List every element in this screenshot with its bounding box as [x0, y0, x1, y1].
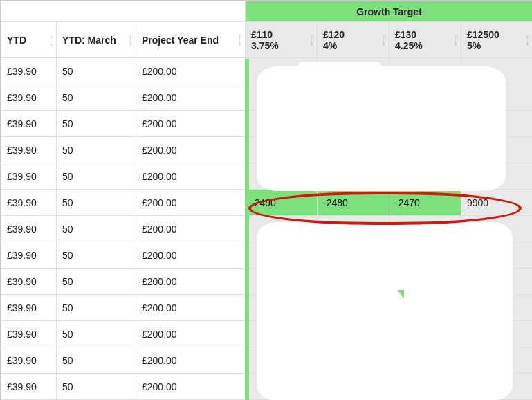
cell-growth-target: 9900: [461, 190, 533, 216]
cell-project-year-end: £200.00: [136, 269, 246, 295]
col-header-gt-2[interactable]: £130 4.25% ↑↓: [389, 22, 461, 58]
cell-ytd-march: 50: [57, 111, 136, 137]
col-header-gt-1[interactable]: £120 4% ↑↓: [318, 22, 389, 58]
col-header-gt-0[interactable]: £110 3.75% ↑↓: [246, 22, 318, 58]
col-header-ytd-march-label: YTD: March: [62, 35, 116, 46]
col-header-ytd-label: YTD: [7, 35, 26, 46]
cell-ytd-march: 50: [57, 295, 136, 321]
cell-ytd: £39.90: [1, 84, 57, 111]
cell-project-year-end: £200.00: [136, 321, 246, 347]
cell-growth-target: -2490: [246, 190, 318, 216]
cell-project-year-end: £200.00: [136, 242, 246, 269]
sort-icon[interactable]: ↑↓: [311, 35, 313, 46]
col-header-project-year-end[interactable]: Project Year End ↑↓: [136, 22, 246, 58]
cell-ytd-march: 50: [57, 347, 136, 374]
cell-project-year-end: £200.00: [136, 137, 246, 163]
whiteout-mask: [257, 66, 506, 191]
whiteout-mask: [257, 222, 513, 400]
cell-ytd: £39.90: [1, 374, 57, 400]
whiteout-mask: [298, 62, 381, 70]
cell-ytd: £39.90: [1, 295, 57, 321]
cell-ytd-march: 50: [57, 269, 136, 295]
gt-amount: £12500: [467, 29, 527, 40]
cell-ytd-march: 50: [57, 137, 136, 163]
cell-ytd: £39.90: [1, 216, 57, 242]
cell-ytd-march: 50: [57, 242, 136, 269]
cell-ytd-march: 50: [57, 374, 136, 400]
cell-project-year-end: £200.00: [136, 58, 246, 84]
cell-ytd-march: 50: [57, 58, 136, 84]
cell-ytd-march: 50: [57, 216, 136, 242]
sort-icon[interactable]: ↑↓: [526, 35, 529, 46]
cell-ytd: £39.90: [1, 190, 57, 216]
gt-amount: £110: [251, 29, 311, 40]
table-container: Growth Target YTD ↑↓ YTD: March ↑↓ Proje…: [0, 0, 532, 400]
col-header-ytd[interactable]: YTD ↑↓: [1, 22, 57, 58]
gt-pct: 5%: [467, 40, 527, 51]
cell-project-year-end: £200.00: [136, 190, 246, 216]
cell-ytd: £39.90: [1, 58, 57, 84]
col-header-pye-label: Project Year End: [142, 35, 219, 46]
cell-project-year-end: £200.00: [136, 84, 246, 111]
cell-ytd: £39.90: [1, 111, 57, 137]
sort-icon[interactable]: ↑↓: [50, 35, 53, 46]
cell-project-year-end: £200.00: [136, 374, 246, 400]
gt-amount: £120: [323, 29, 383, 40]
cell-ytd: £39.90: [1, 347, 57, 374]
cell-ytd: £39.90: [1, 163, 57, 190]
blank-header: [1, 1, 246, 22]
gt-pct: 4.25%: [395, 40, 455, 51]
cell-project-year-end: £200.00: [136, 347, 246, 374]
cell-ytd-march: 50: [57, 321, 136, 347]
sort-icon[interactable]: ↑↓: [383, 35, 385, 46]
sort-icon[interactable]: ↑↓: [239, 35, 241, 46]
sort-icon[interactable]: ↑↓: [455, 35, 457, 46]
cell-project-year-end: £200.00: [136, 111, 246, 137]
cell-growth-target: -2470: [389, 190, 461, 216]
sort-icon[interactable]: ↑↓: [129, 35, 132, 46]
green-edge-strip: [245, 59, 249, 400]
gt-amount: £130: [395, 29, 455, 40]
cell-growth-target: -2480: [318, 190, 389, 216]
cell-ytd-march: 50: [57, 163, 136, 190]
cell-project-year-end: £200.00: [136, 295, 246, 321]
growth-target-group-header: Growth Target: [246, 1, 533, 22]
cell-project-year-end: £200.00: [136, 163, 246, 190]
cell-ytd: £39.90: [1, 137, 57, 163]
cell-ytd-march: 50: [57, 190, 136, 216]
cell-ytd: £39.90: [1, 242, 57, 269]
cell-ytd-march: 50: [57, 84, 136, 111]
gt-pct: 3.75%: [251, 40, 311, 51]
col-header-ytd-march[interactable]: YTD: March ↑↓: [57, 22, 136, 58]
cell-ytd: £39.90: [1, 321, 57, 347]
table-row: £39.9050£200.00-2490-2480-24709900: [1, 190, 533, 216]
cell-ytd: £39.90: [1, 269, 57, 295]
cell-project-year-end: £200.00: [136, 216, 246, 242]
col-header-gt-3[interactable]: £12500 5% ↑↓: [461, 22, 533, 58]
gt-pct: 4%: [323, 40, 383, 51]
